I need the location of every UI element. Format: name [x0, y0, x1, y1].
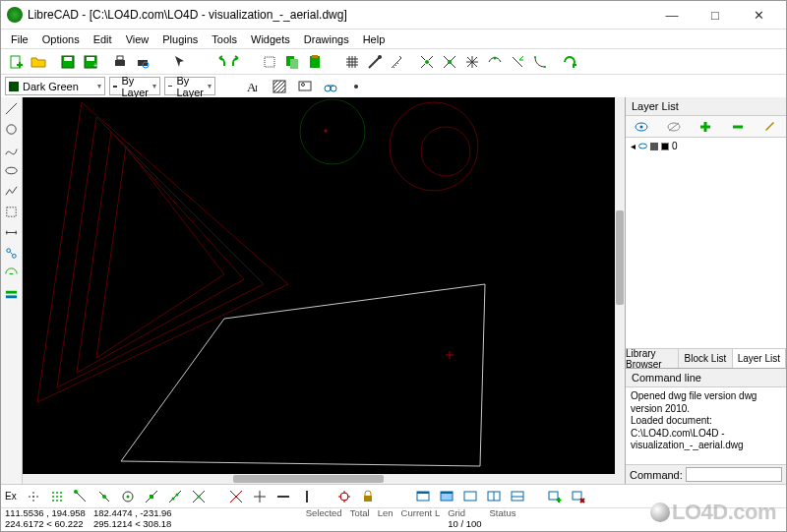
measure-button[interactable] — [387, 51, 408, 73]
tab-layer[interactable]: Layer List — [733, 349, 786, 368]
closewin-btn[interactable] — [568, 486, 589, 507]
drawing-canvas[interactable] — [23, 97, 625, 484]
snap-mid-button[interactable] — [461, 51, 483, 73]
menu-edit[interactable]: Edit — [88, 32, 118, 46]
modify-tool[interactable] — [3, 244, 21, 262]
tab-block[interactable]: Block List — [679, 349, 732, 368]
copy-button[interactable] — [281, 51, 303, 73]
snap-grid-btn[interactable] — [46, 486, 68, 507]
pointer-button[interactable] — [169, 51, 191, 73]
edit-layer-icon[interactable] — [761, 118, 779, 136]
layer-row[interactable]: ◂ 0 — [631, 141, 781, 151]
undo-button[interactable] — [207, 51, 228, 73]
layer-toolbar — [626, 116, 786, 138]
snap-toolbar: Ex — [1, 485, 786, 507]
saveas-button[interactable]: + — [80, 51, 101, 73]
info-tool[interactable] — [3, 265, 21, 282]
svg-point-51 — [52, 500, 54, 502]
polyline-tool[interactable] — [3, 182, 21, 200]
width-select[interactable]: By Layer▾ — [109, 77, 160, 95]
ellipse-tool[interactable] — [3, 161, 21, 179]
win3-btn[interactable] — [459, 486, 481, 507]
restr-ortho-btn[interactable] — [249, 486, 271, 507]
snap-end-btn[interactable] — [70, 486, 91, 507]
snap-perp-button[interactable] — [529, 51, 551, 73]
new-button[interactable] — [5, 51, 27, 73]
relzero-btn[interactable] — [333, 486, 355, 507]
svg-point-43 — [639, 144, 647, 148]
show-all-icon[interactable] — [633, 118, 650, 136]
svg-point-53 — [60, 500, 62, 502]
paste-button[interactable] — [304, 51, 326, 73]
snap-free-btn[interactable] — [23, 486, 44, 507]
draft-button[interactable] — [364, 51, 386, 73]
snap-node-button[interactable] — [416, 51, 438, 73]
point-tool-button[interactable] — [345, 76, 367, 97]
snap-mid-btn[interactable] — [141, 486, 162, 507]
horizontal-scrollbar[interactable] — [23, 474, 625, 484]
vertical-scrollbar[interactable] — [615, 97, 625, 474]
addwin-btn[interactable] — [544, 486, 566, 507]
circle-tool[interactable] — [3, 120, 21, 138]
close-button[interactable]: ✕ — [737, 1, 780, 29]
redo-button[interactable] — [229, 51, 251, 73]
print-button[interactable] — [109, 51, 131, 73]
print-preview-button[interactable] — [132, 51, 153, 73]
cut-button[interactable] — [259, 51, 280, 73]
restr-h-btn[interactable] — [272, 486, 294, 507]
command-input[interactable] — [686, 467, 782, 482]
win5-btn[interactable] — [507, 486, 528, 507]
svg-text:I: I — [255, 84, 258, 93]
svg-point-45 — [52, 492, 54, 494]
svg-point-50 — [60, 496, 62, 498]
menu-tools[interactable]: Tools — [206, 32, 243, 46]
save-button[interactable] — [57, 51, 79, 73]
menu-drawings[interactable]: Drawings — [298, 32, 355, 46]
snap-cen-btn[interactable] — [117, 486, 139, 507]
minimize-button[interactable]: — — [650, 1, 694, 29]
snap-on-btn[interactable] — [93, 486, 115, 507]
command-input-row: Command: — [626, 464, 786, 484]
image-tool-button[interactable] — [294, 76, 316, 97]
win2-btn[interactable] — [436, 486, 457, 507]
snap-dist-btn[interactable] — [164, 486, 186, 507]
menu-widgets[interactable]: Widgets — [245, 32, 296, 46]
hatch-tool-button[interactable] — [269, 76, 290, 97]
restr-none-btn[interactable] — [225, 486, 247, 507]
remove-layer-icon[interactable] — [729, 118, 747, 136]
open-button[interactable] — [28, 51, 49, 73]
color-select[interactable]: Dark Green▾ — [5, 77, 105, 95]
snap-center-button[interactable] — [484, 51, 506, 73]
select-tool[interactable] — [3, 203, 21, 220]
menu-plugins[interactable]: Plugins — [156, 32, 204, 46]
text-tool-button[interactable]: AI — [243, 76, 265, 97]
svg-point-48 — [52, 496, 54, 498]
menu-bar: File Options Edit View Plugins Tools Wid… — [1, 30, 786, 48]
snap-int-btn[interactable] — [188, 486, 210, 507]
layer-list[interactable]: ◂ 0 — [626, 138, 786, 348]
maximize-button[interactable]: □ — [694, 1, 737, 29]
svg-rect-34 — [6, 290, 17, 293]
restr-v-btn[interactable] — [296, 486, 318, 507]
refresh-button[interactable] — [559, 51, 580, 73]
block-tool-button[interactable] — [320, 76, 341, 97]
curve-tool[interactable] — [3, 141, 21, 158]
lockrel-btn[interactable] — [357, 486, 379, 507]
layer-tool[interactable] — [3, 285, 21, 303]
win1-btn[interactable] — [412, 486, 434, 507]
add-layer-icon[interactable] — [696, 118, 714, 136]
menu-options[interactable]: Options — [36, 32, 86, 46]
menu-file[interactable]: File — [5, 32, 34, 46]
snap-intersection-button[interactable] — [507, 51, 528, 73]
tab-library[interactable]: Library Browser — [626, 349, 679, 368]
dimension-tool[interactable] — [3, 223, 21, 241]
hide-all-icon[interactable] — [665, 118, 683, 136]
menu-help[interactable]: Help — [357, 32, 392, 46]
linetype-select[interactable]: By Layer▾ — [164, 77, 215, 95]
grid-button[interactable] — [341, 51, 363, 73]
line-tool[interactable] — [3, 99, 21, 117]
menu-view[interactable]: View — [120, 32, 155, 46]
snap-endpoint-button[interactable] — [439, 51, 460, 73]
ex-label[interactable]: Ex — [5, 491, 17, 502]
win4-btn[interactable] — [483, 486, 505, 507]
